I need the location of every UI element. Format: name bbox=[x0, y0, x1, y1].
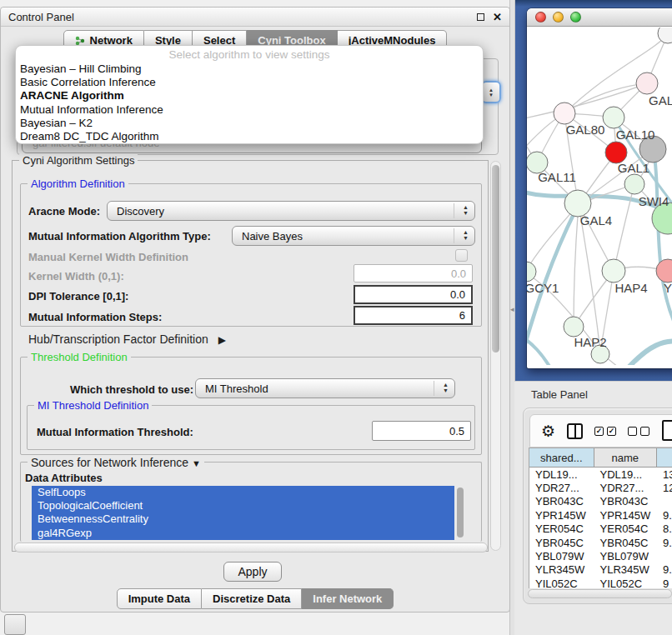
node-pink[interactable] bbox=[656, 259, 672, 282]
aracne-mode-combo[interactable]: Discovery ▲▼ bbox=[107, 201, 475, 221]
dropdown-item[interactable]: Dream8 DC_TDC Algorithm bbox=[16, 130, 483, 143]
node-label: GAL4 bbox=[580, 213, 612, 228]
threshold-definition-legend: Threshold Definition bbox=[28, 351, 131, 363]
table-row[interactable]: YBL079WYBL079W bbox=[529, 549, 672, 562]
dpi-tolerance-field[interactable]: 0.0 bbox=[354, 285, 473, 304]
mi-algorithm-type-combo[interactable]: Naive Bayes ▲▼ bbox=[232, 226, 475, 246]
apply-label: Apply bbox=[238, 565, 267, 578]
table-row[interactable]: YIL052CYIL052C9 bbox=[529, 577, 672, 588]
kernel-width-field[interactable]: 0.0 bbox=[354, 264, 473, 282]
node[interactable] bbox=[636, 72, 658, 94]
node-label: HAP4 bbox=[614, 281, 647, 295]
tab-infer-network[interactable]: Infer Network bbox=[302, 588, 394, 609]
document-icon[interactable] bbox=[662, 420, 672, 441]
mi-steps-label: Mutual Information Steps: bbox=[28, 311, 162, 323]
mi-algorithm-type-value: Naive Bayes bbox=[242, 230, 303, 242]
node-gal80[interactable] bbox=[554, 102, 575, 124]
list-scrollbar-thumb[interactable] bbox=[457, 488, 464, 538]
minimize-traffic-light-icon[interactable] bbox=[553, 12, 564, 22]
sources-legend[interactable]: Sources for Network Inference ▼ bbox=[28, 456, 204, 469]
tab-label: Discretize Data bbox=[213, 592, 290, 605]
network-window[interactable]: GAL GAL80 GAL10 GAL1 GAL11 SWI4 GAL4 GCY… bbox=[527, 8, 672, 368]
settings-horizontal-scrollbar[interactable] bbox=[14, 542, 488, 552]
collapse-arrow-icon[interactable]: ◂ bbox=[510, 305, 514, 313]
mi-threshold-field[interactable]: 0.5 bbox=[372, 421, 471, 441]
kernel-width-value: 0.0 bbox=[451, 268, 466, 280]
attribute-item-selected[interactable]: gal4RGexp bbox=[32, 527, 454, 540]
sources-legend-label: Sources for Network Inference bbox=[31, 456, 188, 469]
table-row[interactable]: YER054CYER054C8. bbox=[529, 522, 672, 536]
mi-steps-field[interactable]: 6 bbox=[354, 306, 473, 325]
dropdown-item-selected[interactable]: ARACNE Algorithm bbox=[16, 89, 483, 102]
close-icon[interactable]: ✕ bbox=[493, 12, 502, 22]
table-horizontal-scrollbar[interactable] bbox=[528, 589, 672, 598]
node-hap4[interactable] bbox=[602, 259, 625, 282]
control-panel-titlebar[interactable]: Control Panel ✕ bbox=[1, 8, 509, 27]
table-header-row: shared... name bbox=[529, 448, 672, 468]
aracne-mode-value: Discovery bbox=[117, 205, 164, 218]
app-root: GAL GAL80 GAL10 GAL1 GAL11 SWI4 GAL4 GCY… bbox=[0, 0, 672, 635]
table-panel-title: Table Panel bbox=[531, 388, 588, 401]
dropdown-item[interactable]: Bayesian – Hill Climbing bbox=[16, 62, 483, 76]
table-row[interactable]: YBR043CYBR043C bbox=[529, 495, 672, 508]
attribute-item-selected[interactable]: TopologicalCoefficient bbox=[32, 499, 454, 512]
dropdown-item[interactable]: Bayesian – K2 bbox=[16, 117, 483, 130]
minimized-window-icon[interactable] bbox=[4, 614, 26, 635]
mi-threshold-legend: MI Threshold Definition bbox=[34, 399, 152, 412]
hub-expander[interactable]: Hub/Transcription Factor Definition ▶ bbox=[28, 332, 226, 346]
hub-expander-label: Hub/Transcription Factor Definition bbox=[28, 332, 208, 346]
mi-threshold-label: Mutual Information Threshold: bbox=[37, 426, 193, 438]
dropdown-placeholder: Select algorithm to view settings bbox=[16, 48, 483, 62]
node-hap2[interactable] bbox=[564, 317, 584, 337]
table-row[interactable]: YBR045CYBR045C9. bbox=[529, 536, 672, 549]
table-toolbar: ⚙ ✓✓ bbox=[529, 414, 672, 448]
zoom-traffic-light-icon[interactable] bbox=[570, 12, 581, 22]
deselect-all-checkboxes-icon[interactable] bbox=[628, 427, 649, 436]
select-all-checkboxes-icon[interactable]: ✓✓ bbox=[594, 427, 616, 436]
close-traffic-light-icon[interactable] bbox=[535, 12, 546, 22]
column-header-name[interactable]: name bbox=[594, 448, 658, 468]
table-row[interactable]: YDR27...YDR27...12 bbox=[529, 481, 672, 494]
which-threshold-value: MI Threshold bbox=[205, 382, 268, 395]
expander-arrow-icon: ▶ bbox=[218, 334, 226, 346]
columns-icon[interactable] bbox=[567, 423, 583, 439]
algorithm-definition-legend: Algorithm Definition bbox=[28, 178, 128, 190]
node-label: GAL10 bbox=[616, 128, 655, 142]
attribute-item-selected[interactable]: SelfLoops bbox=[32, 486, 454, 499]
node-label: Y bbox=[664, 281, 672, 295]
aracne-mode-label: Aracne Mode: bbox=[28, 205, 100, 218]
algorithm-dropdown-list: Select algorithm to view settings Bayesi… bbox=[15, 45, 484, 144]
which-threshold-combo[interactable]: MI Threshold ▲▼ bbox=[195, 378, 455, 398]
column-header-shared[interactable]: shared... bbox=[529, 448, 594, 468]
attribute-item-selected[interactable]: BetweennessCentrality bbox=[32, 512, 454, 526]
table-row[interactable]: YLR345WYLR345W9. bbox=[529, 563, 672, 577]
mi-steps-value: 6 bbox=[459, 309, 465, 322]
data-attributes-list[interactable]: SelfLoops TopologicalCoefficient Between… bbox=[32, 486, 465, 542]
dropdown-item[interactable]: Mutual Information Inference bbox=[16, 103, 483, 117]
node-gal10[interactable] bbox=[603, 107, 624, 128]
tab-discretize-data[interactable]: Discretize Data bbox=[202, 588, 302, 609]
column-header-extra[interactable] bbox=[657, 448, 672, 468]
float-window-icon[interactable] bbox=[477, 13, 484, 21]
table-row[interactable]: YPR145WYPR145W9. bbox=[529, 508, 672, 522]
node-table[interactable]: shared... name YDL19...YDL19...13 YDR27.… bbox=[529, 448, 672, 588]
node-swi4[interactable] bbox=[624, 174, 644, 194]
settings-vertical-scrollbar[interactable] bbox=[490, 161, 501, 551]
settings-legend: Cyni Algorithm Settings bbox=[19, 154, 138, 167]
combo-stepper-focused[interactable]: ▲▼ bbox=[481, 81, 501, 103]
mi-algorithm-type-label: Mutual Information Algorithm Type: bbox=[28, 230, 211, 242]
kernel-width-label: Kernel Width (0,1): bbox=[28, 270, 124, 282]
node-label: HAP2 bbox=[574, 335, 606, 349]
node-label: SWI4 bbox=[639, 194, 669, 208]
manual-kernel-checkbox[interactable] bbox=[455, 249, 468, 262]
gear-icon[interactable]: ⚙ bbox=[541, 423, 555, 439]
network-canvas[interactable]: GAL GAL80 GAL10 GAL1 GAL11 SWI4 GAL4 GCY… bbox=[527, 28, 672, 365]
table-row[interactable]: YDL19...YDL19...13 bbox=[529, 468, 672, 481]
network-window-titlebar[interactable] bbox=[527, 8, 672, 27]
apply-button[interactable]: Apply bbox=[223, 562, 282, 582]
dropdown-item[interactable]: Basic Correlation Inference bbox=[16, 76, 483, 89]
network-icon bbox=[75, 36, 86, 46]
tab-impute-data[interactable]: Impute Data bbox=[117, 588, 202, 609]
network-graph: GAL GAL80 GAL10 GAL1 GAL11 SWI4 GAL4 GCY… bbox=[527, 28, 672, 365]
cyni-bottom-tabs: Impute Data Discretize Data Infer Networ… bbox=[0, 588, 510, 609]
